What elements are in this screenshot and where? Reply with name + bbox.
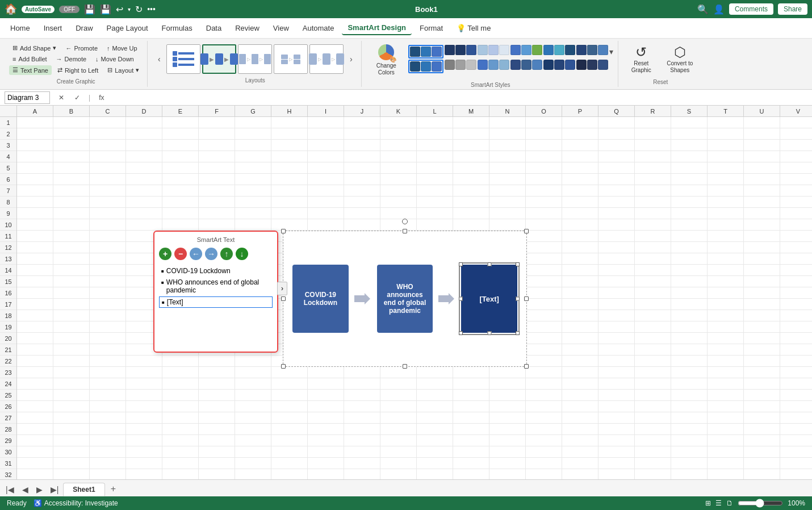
cell-Q26[interactable] (598, 401, 635, 412)
cell-C10[interactable] (90, 219, 126, 231)
cell-L4[interactable] (417, 151, 453, 162)
cell-C20[interactable] (90, 333, 126, 344)
cell-R16[interactable] (635, 287, 671, 299)
text-panel-remove-btn[interactable]: − (174, 248, 187, 260)
cell-I2[interactable] (308, 128, 344, 140)
cell-H30[interactable] (271, 446, 308, 458)
more-options-icon[interactable]: ••• (147, 5, 156, 14)
cell-G4[interactable] (235, 151, 271, 162)
text-item-3[interactable]: ■ [Text] (159, 296, 273, 308)
cell-F30[interactable] (199, 446, 235, 458)
cell-D4[interactable] (126, 151, 162, 162)
cell-R17[interactable] (635, 299, 671, 310)
cell-S24[interactable] (671, 378, 708, 390)
cell-T16[interactable] (708, 287, 744, 299)
cell-A22[interactable] (17, 356, 53, 367)
swatch-11[interactable] (521, 45, 531, 55)
cell-N25[interactable] (489, 390, 526, 401)
cell-C22[interactable] (90, 356, 126, 367)
cell-B24[interactable] (53, 378, 90, 390)
cell-R27[interactable] (635, 412, 671, 424)
cell-E27[interactable] (162, 412, 199, 424)
cell-K4[interactable] (380, 151, 417, 162)
cell-S13[interactable] (671, 253, 708, 265)
cell-D3[interactable] (126, 140, 162, 151)
cell-B6[interactable] (53, 174, 90, 185)
cell-P6[interactable] (562, 174, 598, 185)
cell-O26[interactable] (526, 401, 562, 412)
cell-B17[interactable] (53, 299, 90, 310)
cell-B19[interactable] (53, 321, 90, 333)
cell-O28[interactable] (526, 424, 562, 435)
cell-O2[interactable] (526, 128, 562, 140)
cell-A23[interactable] (17, 367, 53, 378)
cell-F6[interactable] (199, 174, 235, 185)
cell-V1[interactable] (780, 117, 812, 128)
cell-E24[interactable] (162, 378, 199, 390)
menu-smartart-design[interactable]: SmartArt Design (342, 21, 412, 35)
cell-C27[interactable] (90, 412, 126, 424)
cell-R29[interactable] (635, 435, 671, 446)
cell-J29[interactable] (344, 435, 380, 446)
cell-S19[interactable] (671, 321, 708, 333)
cell-H6[interactable] (271, 174, 308, 185)
cell-J9[interactable] (344, 208, 380, 219)
cell-K29[interactable] (380, 435, 417, 446)
cell-J27[interactable] (344, 412, 380, 424)
cell-C23[interactable] (90, 367, 126, 378)
layouts-prev-button[interactable]: ‹ (153, 44, 165, 74)
page-break-view-icon[interactable]: ☰ (715, 499, 722, 507)
cell-U21[interactable] (744, 344, 780, 356)
cell-N26[interactable] (489, 401, 526, 412)
cell-G6[interactable] (235, 174, 271, 185)
cell-N2[interactable] (489, 128, 526, 140)
cell-T10[interactable] (708, 219, 744, 231)
cell-C15[interactable] (90, 276, 126, 287)
cell-P21[interactable] (562, 344, 598, 356)
swatch-r2-15[interactable] (565, 60, 575, 70)
cell-C16[interactable] (90, 287, 126, 299)
cell-K1[interactable] (380, 117, 417, 128)
cell-T12[interactable] (708, 242, 744, 253)
undo-dropdown[interactable]: ▾ (128, 6, 131, 12)
layout-button[interactable]: ⊟ Layout ▾ (104, 65, 143, 75)
cell-A2[interactable] (17, 128, 53, 140)
swatch-r2-8[interactable] (488, 60, 499, 70)
cell-H26[interactable] (271, 401, 308, 412)
cell-D27[interactable] (126, 412, 162, 424)
cell-H4[interactable] (271, 151, 308, 162)
cell-T20[interactable] (708, 333, 744, 344)
cell-H31[interactable] (271, 458, 308, 469)
cell-U3[interactable] (744, 140, 780, 151)
cell-H29[interactable] (271, 435, 308, 446)
cell-J3[interactable] (344, 140, 380, 151)
cell-R25[interactable] (635, 390, 671, 401)
cell-M1[interactable] (453, 117, 489, 128)
cell-D31[interactable] (126, 458, 162, 469)
cell-F28[interactable] (199, 424, 235, 435)
cell-G30[interactable] (235, 446, 271, 458)
cell-T15[interactable] (708, 276, 744, 287)
cell-T17[interactable] (708, 299, 744, 310)
cell-C4[interactable] (90, 151, 126, 162)
cell-S5[interactable] (671, 162, 708, 174)
cell-S30[interactable] (671, 446, 708, 458)
cell-P9[interactable] (562, 208, 598, 219)
sheet-tab-sheet1[interactable]: Sheet1 (63, 483, 104, 496)
cell-C3[interactable] (90, 140, 126, 151)
cell-E9[interactable] (162, 208, 199, 219)
cell-D5[interactable] (126, 162, 162, 174)
smartart-node-2[interactable]: WHO announces end of global pandemic (377, 265, 433, 333)
cell-N4[interactable] (489, 151, 526, 162)
cell-O32[interactable] (526, 469, 562, 479)
cell-S2[interactable] (671, 128, 708, 140)
layout-thumb-1[interactable] (166, 44, 200, 74)
cancel-formula-button[interactable]: ✕ (55, 93, 68, 103)
cell-C18[interactable] (90, 310, 126, 321)
cell-E1[interactable] (162, 117, 199, 128)
cell-E2[interactable] (162, 128, 199, 140)
cell-L5[interactable] (417, 162, 453, 174)
cell-I29[interactable] (308, 435, 344, 446)
text-panel-collapse-arrow[interactable]: › (277, 282, 287, 295)
cell-Q9[interactable] (598, 208, 635, 219)
